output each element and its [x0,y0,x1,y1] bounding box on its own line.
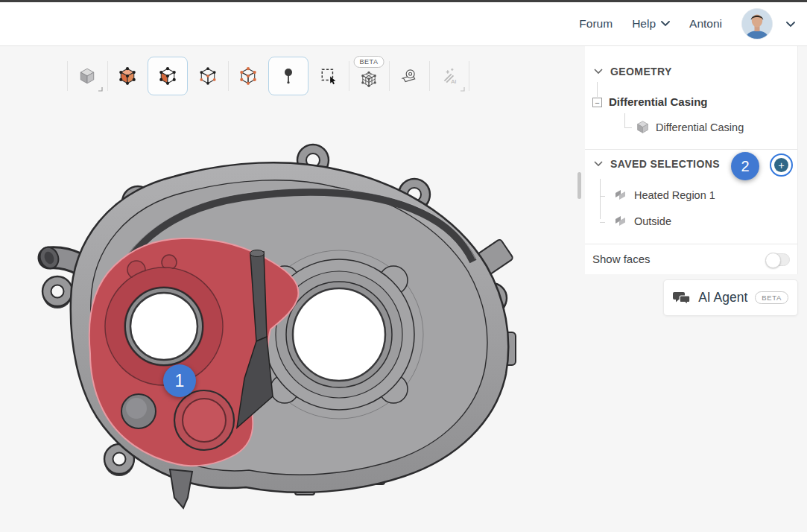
geometry-title: GEOMETRY [610,66,672,77]
hole-left[interactable] [130,293,197,360]
faces-stack-icon [613,189,628,201]
dome-boss[interactable] [121,394,156,428]
chat-bubbles-icon [673,290,691,305]
panel-resize-handle[interactable] [577,172,581,199]
saved-selections-title: SAVED SELECTIONS [610,158,720,170]
forum-link[interactable]: Forum [579,17,613,31]
tree-root-differential-casing[interactable]: Differential Casing [609,95,708,108]
username-label: Antoni [689,17,722,31]
ai-agent-label: AI Agent [698,290,747,305]
saved-selection-outside[interactable]: Outside [613,215,671,227]
panel-divider [585,244,797,244]
annotation-step-1: 1 [163,364,196,397]
tree-connector [600,222,605,223]
show-faces-toggle[interactable] [766,253,790,266]
chevron-down-icon [594,69,603,75]
tree-connector [600,196,605,197]
chevron-down-icon [661,21,670,27]
show-faces-label: Show faces [592,253,651,265]
lower-boss[interactable] [174,390,234,450]
account-menu[interactable] [786,17,795,31]
section-geometry[interactable]: GEOMETRY [594,66,672,77]
tree-connector [624,113,625,127]
viewport-3d[interactable] [0,46,585,532]
faces-stack-icon [613,215,628,227]
ai-agent-beta-badge: BETA [755,291,788,304]
help-menu[interactable]: Help [632,17,670,31]
drain-tab[interactable] [170,469,192,508]
avatar-image [742,9,772,39]
panel-divider [585,149,797,150]
expander-minus[interactable]: − [592,98,602,107]
avatar[interactable] [741,8,773,39]
app-header: Forum Help Antoni [0,2,807,46]
add-saved-selection-button[interactable]: + [770,153,793,177]
saved-selection-heated-region[interactable]: Heated Region 1 [613,189,715,201]
hole-right[interactable] [293,288,385,381]
tree-connector [600,179,601,219]
chevron-down-icon [594,161,603,167]
scene-tree-panel: GEOMETRY − Differential Casing Different… [585,46,798,274]
ai-agent-button[interactable]: AI Agent BETA [663,279,798,316]
chevron-down-icon [786,22,795,28]
section-saved-selections[interactable]: SAVED SELECTIONS [594,158,720,170]
toggle-knob [765,253,781,268]
annotation-step-2: 2 [731,152,759,180]
tree-connector [597,82,598,97]
plus-icon: + [774,158,788,172]
model-differential-casing[interactable] [0,46,585,532]
cube-icon [636,120,650,134]
tree-connector [624,127,632,128]
tree-child-differential-casing[interactable]: Differential Casing [636,120,744,134]
